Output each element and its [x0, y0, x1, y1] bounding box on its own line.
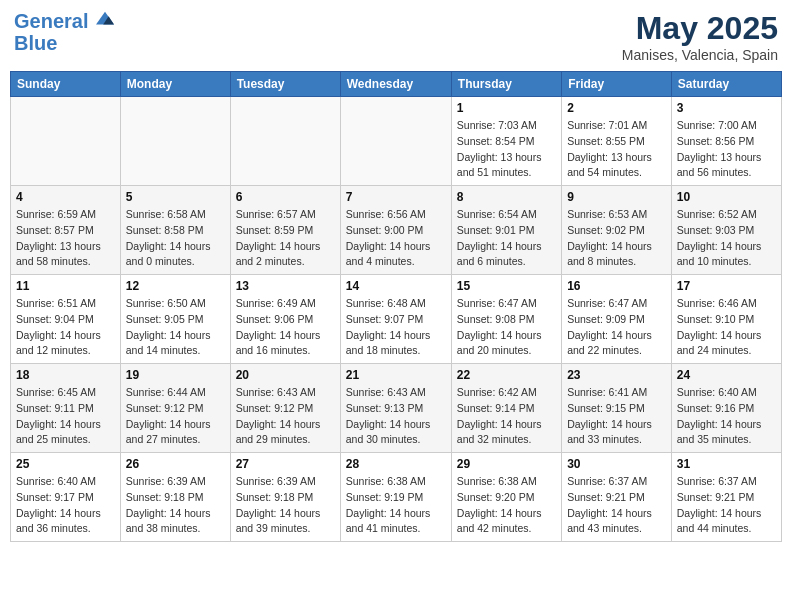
- calendar-cell: 20Sunrise: 6:43 AMSunset: 9:12 PMDayligh…: [230, 364, 340, 453]
- calendar-week-row: 11Sunrise: 6:51 AMSunset: 9:04 PMDayligh…: [11, 275, 782, 364]
- page-header: General Blue May 2025 Manises, Valencia,…: [10, 10, 782, 63]
- calendar-cell: 9Sunrise: 6:53 AMSunset: 9:02 PMDaylight…: [562, 186, 672, 275]
- calendar-cell: 11Sunrise: 6:51 AMSunset: 9:04 PMDayligh…: [11, 275, 121, 364]
- weekday-header-cell: Saturday: [671, 72, 781, 97]
- day-info: Sunrise: 6:54 AMSunset: 9:01 PMDaylight:…: [457, 207, 556, 270]
- day-info: Sunrise: 7:00 AMSunset: 8:56 PMDaylight:…: [677, 118, 776, 181]
- calendar-cell: [340, 97, 451, 186]
- calendar-cell: 18Sunrise: 6:45 AMSunset: 9:11 PMDayligh…: [11, 364, 121, 453]
- day-info: Sunrise: 6:46 AMSunset: 9:10 PMDaylight:…: [677, 296, 776, 359]
- day-info: Sunrise: 6:38 AMSunset: 9:19 PMDaylight:…: [346, 474, 446, 537]
- day-info: Sunrise: 6:39 AMSunset: 9:18 PMDaylight:…: [236, 474, 335, 537]
- day-info: Sunrise: 6:47 AMSunset: 9:09 PMDaylight:…: [567, 296, 666, 359]
- calendar-cell: 8Sunrise: 6:54 AMSunset: 9:01 PMDaylight…: [451, 186, 561, 275]
- calendar-cell: 21Sunrise: 6:43 AMSunset: 9:13 PMDayligh…: [340, 364, 451, 453]
- day-info: Sunrise: 6:53 AMSunset: 9:02 PMDaylight:…: [567, 207, 666, 270]
- day-number: 7: [346, 190, 446, 204]
- day-number: 10: [677, 190, 776, 204]
- day-number: 23: [567, 368, 666, 382]
- calendar-week-row: 4Sunrise: 6:59 AMSunset: 8:57 PMDaylight…: [11, 186, 782, 275]
- calendar-cell: 26Sunrise: 6:39 AMSunset: 9:18 PMDayligh…: [120, 453, 230, 542]
- day-info: Sunrise: 6:57 AMSunset: 8:59 PMDaylight:…: [236, 207, 335, 270]
- weekday-header-cell: Tuesday: [230, 72, 340, 97]
- day-number: 12: [126, 279, 225, 293]
- calendar-cell: 5Sunrise: 6:58 AMSunset: 8:58 PMDaylight…: [120, 186, 230, 275]
- month-year-title: May 2025: [622, 10, 778, 47]
- day-info: Sunrise: 6:44 AMSunset: 9:12 PMDaylight:…: [126, 385, 225, 448]
- day-info: Sunrise: 6:39 AMSunset: 9:18 PMDaylight:…: [126, 474, 225, 537]
- calendar-cell: 15Sunrise: 6:47 AMSunset: 9:08 PMDayligh…: [451, 275, 561, 364]
- day-info: Sunrise: 6:50 AMSunset: 9:05 PMDaylight:…: [126, 296, 225, 359]
- day-number: 4: [16, 190, 115, 204]
- day-number: 8: [457, 190, 556, 204]
- weekday-header-cell: Sunday: [11, 72, 121, 97]
- calendar-cell: 10Sunrise: 6:52 AMSunset: 9:03 PMDayligh…: [671, 186, 781, 275]
- location-subtitle: Manises, Valencia, Spain: [622, 47, 778, 63]
- day-info: Sunrise: 6:38 AMSunset: 9:20 PMDaylight:…: [457, 474, 556, 537]
- day-number: 3: [677, 101, 776, 115]
- day-number: 26: [126, 457, 225, 471]
- calendar-cell: 3Sunrise: 7:00 AMSunset: 8:56 PMDaylight…: [671, 97, 781, 186]
- calendar-cell: 6Sunrise: 6:57 AMSunset: 8:59 PMDaylight…: [230, 186, 340, 275]
- logo: General Blue: [14, 10, 114, 54]
- day-info: Sunrise: 6:49 AMSunset: 9:06 PMDaylight:…: [236, 296, 335, 359]
- day-number: 21: [346, 368, 446, 382]
- day-number: 22: [457, 368, 556, 382]
- calendar-cell: 13Sunrise: 6:49 AMSunset: 9:06 PMDayligh…: [230, 275, 340, 364]
- day-info: Sunrise: 6:37 AMSunset: 9:21 PMDaylight:…: [677, 474, 776, 537]
- day-info: Sunrise: 6:52 AMSunset: 9:03 PMDaylight:…: [677, 207, 776, 270]
- calendar-cell: 7Sunrise: 6:56 AMSunset: 9:00 PMDaylight…: [340, 186, 451, 275]
- day-number: 5: [126, 190, 225, 204]
- day-info: Sunrise: 6:48 AMSunset: 9:07 PMDaylight:…: [346, 296, 446, 359]
- weekday-header-cell: Monday: [120, 72, 230, 97]
- calendar-cell: 31Sunrise: 6:37 AMSunset: 9:21 PMDayligh…: [671, 453, 781, 542]
- logo-general: General: [14, 10, 88, 32]
- day-info: Sunrise: 6:56 AMSunset: 9:00 PMDaylight:…: [346, 207, 446, 270]
- calendar-cell: 16Sunrise: 6:47 AMSunset: 9:09 PMDayligh…: [562, 275, 672, 364]
- logo-blue: Blue: [14, 32, 57, 54]
- calendar-cell: 27Sunrise: 6:39 AMSunset: 9:18 PMDayligh…: [230, 453, 340, 542]
- day-number: 2: [567, 101, 666, 115]
- logo-icon: [96, 10, 114, 28]
- day-number: 29: [457, 457, 556, 471]
- day-info: Sunrise: 6:51 AMSunset: 9:04 PMDaylight:…: [16, 296, 115, 359]
- calendar-cell: 29Sunrise: 6:38 AMSunset: 9:20 PMDayligh…: [451, 453, 561, 542]
- calendar-table: SundayMondayTuesdayWednesdayThursdayFrid…: [10, 71, 782, 542]
- calendar-cell: 25Sunrise: 6:40 AMSunset: 9:17 PMDayligh…: [11, 453, 121, 542]
- day-info: Sunrise: 6:41 AMSunset: 9:15 PMDaylight:…: [567, 385, 666, 448]
- day-number: 19: [126, 368, 225, 382]
- title-block: May 2025 Manises, Valencia, Spain: [622, 10, 778, 63]
- day-number: 24: [677, 368, 776, 382]
- day-number: 28: [346, 457, 446, 471]
- day-number: 15: [457, 279, 556, 293]
- calendar-cell: [120, 97, 230, 186]
- day-info: Sunrise: 7:03 AMSunset: 8:54 PMDaylight:…: [457, 118, 556, 181]
- calendar-cell: 4Sunrise: 6:59 AMSunset: 8:57 PMDaylight…: [11, 186, 121, 275]
- day-number: 30: [567, 457, 666, 471]
- calendar-week-row: 25Sunrise: 6:40 AMSunset: 9:17 PMDayligh…: [11, 453, 782, 542]
- day-info: Sunrise: 6:40 AMSunset: 9:17 PMDaylight:…: [16, 474, 115, 537]
- calendar-cell: 2Sunrise: 7:01 AMSunset: 8:55 PMDaylight…: [562, 97, 672, 186]
- day-number: 16: [567, 279, 666, 293]
- day-number: 18: [16, 368, 115, 382]
- calendar-cell: 1Sunrise: 7:03 AMSunset: 8:54 PMDaylight…: [451, 97, 561, 186]
- day-number: 1: [457, 101, 556, 115]
- calendar-cell: 17Sunrise: 6:46 AMSunset: 9:10 PMDayligh…: [671, 275, 781, 364]
- day-number: 13: [236, 279, 335, 293]
- day-info: Sunrise: 6:59 AMSunset: 8:57 PMDaylight:…: [16, 207, 115, 270]
- calendar-cell: 22Sunrise: 6:42 AMSunset: 9:14 PMDayligh…: [451, 364, 561, 453]
- calendar-cell: 24Sunrise: 6:40 AMSunset: 9:16 PMDayligh…: [671, 364, 781, 453]
- day-info: Sunrise: 6:40 AMSunset: 9:16 PMDaylight:…: [677, 385, 776, 448]
- calendar-cell: [11, 97, 121, 186]
- weekday-header-cell: Thursday: [451, 72, 561, 97]
- day-info: Sunrise: 6:47 AMSunset: 9:08 PMDaylight:…: [457, 296, 556, 359]
- day-number: 14: [346, 279, 446, 293]
- calendar-cell: 30Sunrise: 6:37 AMSunset: 9:21 PMDayligh…: [562, 453, 672, 542]
- calendar-cell: 23Sunrise: 6:41 AMSunset: 9:15 PMDayligh…: [562, 364, 672, 453]
- calendar-cell: 12Sunrise: 6:50 AMSunset: 9:05 PMDayligh…: [120, 275, 230, 364]
- calendar-body: 1Sunrise: 7:03 AMSunset: 8:54 PMDaylight…: [11, 97, 782, 542]
- weekday-header-row: SundayMondayTuesdayWednesdayThursdayFrid…: [11, 72, 782, 97]
- day-number: 25: [16, 457, 115, 471]
- calendar-week-row: 18Sunrise: 6:45 AMSunset: 9:11 PMDayligh…: [11, 364, 782, 453]
- day-info: Sunrise: 6:37 AMSunset: 9:21 PMDaylight:…: [567, 474, 666, 537]
